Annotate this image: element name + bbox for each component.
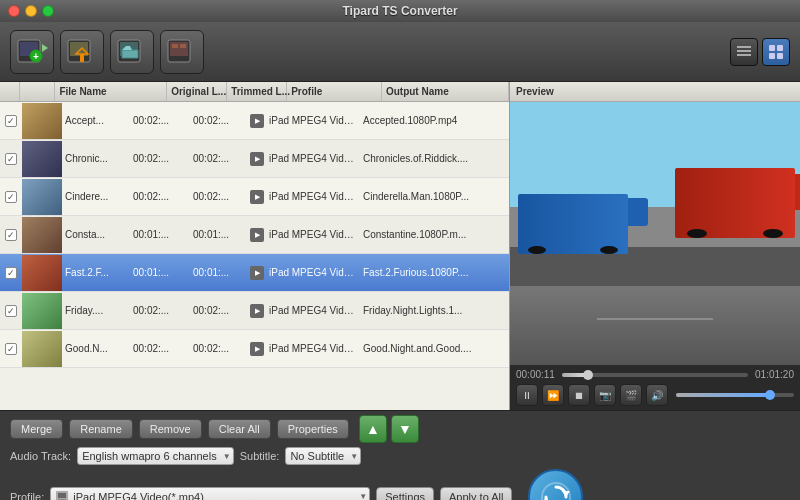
row-filename: Chronic... — [62, 153, 130, 164]
row-check[interactable]: ✓ — [0, 115, 22, 127]
controls-row: ⏸ ⏩ ⏹ 📷 🎬 🔊 — [516, 384, 794, 406]
close-button[interactable] — [8, 5, 20, 17]
volume-slider[interactable] — [676, 393, 794, 397]
subtitle-select[interactable]: No Subtitle ▼ — [285, 447, 361, 465]
row-output: Good.Night.and.Good.... — [360, 343, 508, 354]
checkbox[interactable]: ✓ — [5, 115, 17, 127]
profile-arrow: ▼ — [359, 492, 367, 500]
toolbar: + — [0, 22, 800, 82]
profile-icon — [55, 490, 69, 501]
row-original: 00:01:... — [130, 267, 190, 278]
list-view-button[interactable] — [730, 38, 758, 66]
row-output: Accepted.1080P.mp4 — [360, 115, 508, 126]
checkbox[interactable]: ✓ — [5, 267, 17, 279]
camera-button[interactable]: 📷 — [594, 384, 616, 406]
row-check[interactable]: ✓ — [0, 305, 22, 317]
move-up-button[interactable]: ▲ — [359, 415, 387, 443]
svg-rect-16 — [737, 50, 751, 52]
row-trimmed: 00:02:... — [190, 191, 250, 202]
progress-bar[interactable] — [562, 373, 748, 377]
row-check[interactable]: ✓ — [0, 229, 22, 241]
row-thumbnail — [22, 331, 62, 367]
svg-text:+: + — [33, 51, 39, 62]
row-profile-icon: ▶ — [250, 304, 266, 318]
profile-select[interactable]: iPad MPEG4 Video(*.mp4) ▼ — [50, 487, 370, 501]
audio-track-select[interactable]: English wmapro 6 channels ▼ — [77, 447, 234, 465]
table-row[interactable]: ✓ Consta... 00:01:... 00:01:... ▶ iPad M… — [0, 216, 509, 254]
remove-button[interactable]: Remove — [139, 419, 202, 439]
profile-value: iPad MPEG4 Video(*.mp4) — [73, 491, 204, 501]
maximize-button[interactable] — [42, 5, 54, 17]
row-profile-icon: ▶ — [250, 114, 266, 128]
svg-rect-21 — [777, 53, 783, 59]
video-scene — [510, 102, 800, 365]
checkbox[interactable]: ✓ — [5, 343, 17, 355]
row-output: Fast.2.Furious.1080P.... — [360, 267, 508, 278]
row-filename: Friday.... — [62, 305, 130, 316]
table-row[interactable]: ✓ Cinderе... 00:02:... 00:02:... ▶ iPad … — [0, 178, 509, 216]
clear-all-button[interactable]: Clear All — [208, 419, 271, 439]
fast-forward-button[interactable]: ⏩ — [542, 384, 564, 406]
settings-button[interactable]: Settings — [376, 487, 434, 501]
svg-marker-2 — [42, 44, 48, 52]
row-thumbnail — [22, 255, 62, 291]
row-original: 00:01:... — [130, 229, 190, 240]
row-thumbnail — [22, 217, 62, 253]
row-profile-icon: ▶ — [250, 152, 266, 166]
checkbox[interactable]: ✓ — [5, 191, 17, 203]
row-profile: iPad MPEG4 Vide... — [266, 343, 360, 354]
wheel-3 — [687, 229, 707, 238]
row-check[interactable]: ✓ — [0, 267, 22, 279]
row-output: Chronicles.of.Riddick.... — [360, 153, 508, 164]
bottom-controls: Merge Rename Remove Clear All Properties… — [0, 410, 800, 500]
col-check — [0, 82, 20, 101]
stop-button[interactable]: ⏹ — [568, 384, 590, 406]
row-check[interactable]: ✓ — [0, 343, 22, 355]
row-thumbnail — [22, 293, 62, 329]
settings-row: Audio Track: English wmapro 6 channels ▼… — [10, 447, 790, 465]
pause-button[interactable]: ⏸ — [516, 384, 538, 406]
profile-icon-img: ▶ — [250, 266, 264, 280]
svg-rect-19 — [777, 45, 783, 51]
checkbox[interactable]: ✓ — [5, 305, 17, 317]
checkbox[interactable]: ✓ — [5, 153, 17, 165]
convert-icon — [540, 481, 572, 501]
window-title: Tipard TS Converter — [342, 4, 457, 18]
table-row[interactable]: ✓ Good.N... 00:02:... 00:02:... ▶ iPad M… — [0, 330, 509, 368]
minimize-button[interactable] — [25, 5, 37, 17]
row-check[interactable]: ✓ — [0, 191, 22, 203]
row-original: 00:02:... — [130, 115, 190, 126]
move-down-button[interactable]: ▼ — [391, 415, 419, 443]
rename-button[interactable]: Rename — [69, 419, 133, 439]
table-row[interactable]: ✓ Fast.2.F... 00:01:... 00:01:... ▶ iPad… — [0, 254, 509, 292]
row-filename: Fast.2.F... — [62, 267, 130, 278]
table-row[interactable]: ✓ Chronic... 00:02:... 00:02:... ▶ iPad … — [0, 140, 509, 178]
edit-button[interactable] — [60, 30, 104, 74]
row-thumbnail — [22, 179, 62, 215]
profile-icon-img: ▶ — [250, 228, 264, 242]
convert-button[interactable] — [528, 469, 583, 500]
clip-button[interactable]: 🎬 — [620, 384, 642, 406]
row-trimmed: 00:02:... — [190, 305, 250, 316]
add-folder-button[interactable] — [110, 30, 154, 74]
apply-to-all-button[interactable]: Apply to All — [440, 487, 512, 501]
row-check[interactable]: ✓ — [0, 153, 22, 165]
table-row[interactable]: ✓ Accept... 00:02:... 00:02:... ▶ iPad M… — [0, 102, 509, 140]
profile-select-inner: iPad MPEG4 Video(*.mp4) — [55, 490, 204, 501]
detail-view-button[interactable] — [762, 38, 790, 66]
add-video-button[interactable]: + — [10, 30, 54, 74]
merge-button[interactable]: Merge — [10, 419, 63, 439]
table-row[interactable]: ✓ Friday.... 00:02:... 00:02:... ▶ iPad … — [0, 292, 509, 330]
preview-panel: Preview — [510, 82, 800, 410]
action-row: Merge Rename Remove Clear All Properties… — [10, 415, 790, 443]
properties-button[interactable]: Properties — [277, 419, 349, 439]
audio-track-value: English wmapro 6 channels — [82, 450, 217, 462]
row-thumbnail — [22, 103, 62, 139]
checkbox[interactable]: ✓ — [5, 229, 17, 241]
col-filename-header: File Name — [55, 82, 167, 101]
svg-rect-7 — [80, 54, 84, 62]
snapshot-button[interactable] — [160, 30, 204, 74]
row-output: Friday.Night.Lights.1... — [360, 305, 508, 316]
toolbar-right — [730, 38, 790, 66]
row-filename: Cinderе... — [62, 191, 130, 202]
